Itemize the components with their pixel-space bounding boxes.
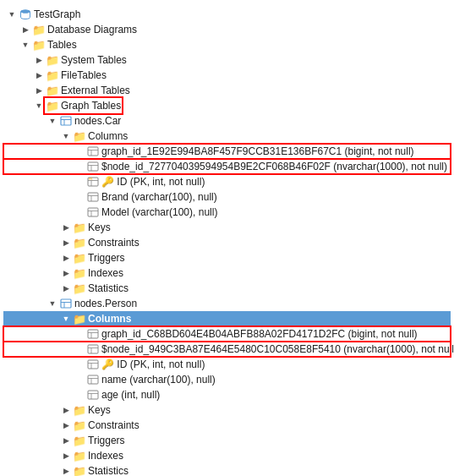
column-icon-snode-id-person (86, 342, 100, 356)
tree-item-snode-id-car[interactable]: $node_id_727704039594954B9E2CF068B46F02F… (3, 159, 451, 174)
tree-item-name-person[interactable]: name (varchar(100), null) (3, 372, 451, 387)
statistics-car-label: Statistics (88, 282, 129, 294)
snode-id-car-label: $node_id_727704039594954B9E2CF068B46F02F… (101, 161, 447, 172)
tree-item-brand-car[interactable]: Brand (varchar(100), null) (3, 189, 451, 205)
expand-keys-person[interactable]: ▶ (59, 403, 73, 417)
tree-item-tables[interactable]: ▼ 📁 Tables (3, 37, 451, 52)
tables-label: Tables (47, 39, 77, 51)
folder-icon-triggers-car: 📁 (73, 251, 86, 265)
expand-testgraph[interactable]: ▼ (5, 8, 19, 21)
expand-statistics-person[interactable]: ▶ (59, 464, 73, 476)
column-icon-graph-id-person (86, 327, 100, 341)
tree-item-system-tables[interactable]: ▶ 📁 System Tables (3, 52, 451, 68)
tree-item-indexes-person[interactable]: ▶ 📁 Indexes (3, 448, 451, 463)
expand-constraints-person[interactable]: ▶ (59, 419, 73, 432)
tree-item-nodes-car[interactable]: ▼ nodes.Car (3, 113, 451, 129)
tree-item-nodes-person[interactable]: ▼ nodes.Person (3, 296, 451, 311)
tree-item-indexes-car[interactable]: ▶ 📁 Indexes (3, 265, 451, 281)
folder-icon-triggers-person: 📁 (73, 434, 86, 447)
tree-item-snode-id-person[interactable]: $node_id_949C3BA87E464E5480C10C058E8F541… (3, 342, 451, 357)
expand-file-tables[interactable]: ▶ (32, 68, 46, 82)
expand-nodes-person[interactable]: ▼ (46, 297, 59, 310)
tree-item-external-tables[interactable]: ▶ 📁 External Tables (3, 83, 451, 98)
tree-item-statistics-car[interactable]: ▶ 📁 Statistics (3, 281, 451, 296)
indexes-car-label: Indexes (88, 267, 123, 279)
system-tables-label: System Tables (61, 54, 127, 66)
folder-icon-columns-person: 📁 (73, 312, 86, 326)
svg-rect-27 (88, 345, 98, 353)
folder-icon-diagrams: 📁 (32, 23, 46, 36)
graph-id-person-label: graph_id_C68BD604E4B04ABFB88A02FD4171D2F… (101, 328, 418, 340)
folder-icon-constraints-person: 📁 (73, 419, 86, 432)
tree-item-graph-id-person[interactable]: graph_id_C68BD604E4B04ABFB88A02FD4171D2F… (3, 326, 451, 342)
expand-system-tables[interactable]: ▶ (32, 53, 46, 67)
object-explorer-tree[interactable]: ▼ TestGraph ▶ 📁 Database Diagrams ▼ 📁 Ta… (0, 0, 454, 476)
tree-item-triggers-car[interactable]: ▶ 📁 Triggers (3, 250, 451, 265)
columns-person-label: Columns (88, 313, 131, 325)
tree-item-graph-id-car[interactable]: graph_id_1E92E994BA8F457F9CCB31E136BF67C… (3, 144, 451, 159)
keys-car-label: Keys (88, 222, 111, 233)
tree-item-id-car[interactable]: PK 🔑 ID (PK, int, not null) (3, 174, 451, 189)
column-icon-graph-id-car (86, 145, 100, 158)
tree-item-triggers-person[interactable]: ▶ 📁 Triggers (3, 433, 451, 448)
svg-rect-18 (88, 208, 98, 216)
tree-item-statistics-person[interactable]: ▶ 📁 Statistics (3, 463, 451, 476)
column-icon-snode-id-car (86, 160, 100, 173)
expand-nodes-car[interactable]: ▼ (46, 114, 59, 128)
expand-indexes-person[interactable]: ▶ (59, 449, 73, 462)
folder-icon-keys-person: 📁 (73, 403, 86, 417)
tree-item-diagrams[interactable]: ▶ 📁 Database Diagrams (3, 22, 451, 37)
tree-item-model-car[interactable]: Model (varchar(100), null) (3, 205, 451, 220)
tree-item-keys-person[interactable]: ▶ 📁 Keys (3, 402, 451, 418)
folder-icon-graph-tables: 📁 (46, 99, 59, 112)
svg-rect-36 (88, 391, 98, 399)
expand-triggers-person[interactable]: ▶ (59, 434, 73, 447)
folder-icon-tables: 📁 (32, 38, 46, 52)
tree-item-constraints-car[interactable]: ▶ 📁 Constraints (3, 235, 451, 250)
graph-id-car-label: graph_id_1E92E994BA8F457F9CCB31E136BF67C… (101, 145, 414, 157)
model-car-label: Model (varchar(100), null) (101, 206, 217, 218)
diagrams-label: Database Diagrams (47, 24, 137, 36)
expand-diagrams[interactable]: ▶ (19, 23, 32, 36)
external-tables-label: External Tables (61, 85, 130, 96)
id-car-label: 🔑 ID (PK, int, not null) (101, 176, 205, 188)
constraints-car-label: Constraints (88, 237, 139, 249)
tree-item-keys-car[interactable]: ▶ 📁 Keys (3, 220, 451, 235)
tree-item-id-person[interactable]: 🔑 ID (PK, int, not null) (3, 357, 451, 372)
svg-point-1 (21, 10, 30, 14)
expand-triggers-car[interactable]: ▶ (59, 251, 73, 265)
expand-keys-car[interactable]: ▶ (59, 221, 73, 234)
tree-item-testgraph[interactable]: ▼ TestGraph (3, 7, 451, 22)
expand-constraints-car[interactable]: ▶ (59, 236, 73, 249)
column-icon-name-person (86, 373, 100, 386)
expand-statistics-car[interactable]: ▶ (59, 282, 73, 295)
snode-id-person-label: $node_id_949C3BA87E464E5480C10C058E8F541… (101, 343, 454, 355)
tree-item-columns-car[interactable]: ▼ 📁 Columns (3, 129, 451, 144)
column-icon-age-person (86, 388, 100, 402)
svg-rect-15 (88, 193, 98, 201)
folder-icon-file-tables: 📁 (46, 68, 59, 82)
tree-item-file-tables[interactable]: ▶ 📁 FileTables (3, 68, 451, 83)
graph-tables-label: Graph Tables (61, 100, 121, 112)
expand-columns-car[interactable]: ▼ (59, 129, 73, 143)
svg-rect-2 (61, 117, 71, 125)
triggers-person-label: Triggers (88, 435, 125, 446)
tree-item-columns-person[interactable]: ▼ 📁 Columns (3, 311, 451, 326)
name-person-label: name (varchar(100), null) (101, 374, 216, 386)
tree-item-age-person[interactable]: age (int, null) (3, 387, 451, 402)
id-person-label: 🔑 ID (PK, int, not null) (101, 358, 205, 370)
nodes-person-label: nodes.Person (74, 298, 137, 309)
table-icon-nodes-car (59, 114, 73, 128)
expand-external-tables[interactable]: ▶ (32, 84, 46, 97)
expand-graph-tables[interactable]: ▼ (32, 99, 46, 112)
keys-person-label: Keys (88, 404, 111, 416)
tree-item-graph-tables[interactable]: ▼ 📁 Graph Tables (3, 98, 451, 113)
expand-columns-person[interactable]: ▼ (59, 312, 73, 326)
expand-tables[interactable]: ▼ (19, 38, 32, 52)
folder-icon-system-tables: 📁 (46, 53, 59, 67)
tree-item-constraints-person[interactable]: ▶ 📁 Constraints (3, 418, 451, 433)
column-icon-brand-car (86, 190, 100, 204)
svg-text:PK: PK (89, 178, 93, 181)
folder-icon-statistics-car: 📁 (73, 282, 86, 295)
expand-indexes-car[interactable]: ▶ (59, 266, 73, 280)
